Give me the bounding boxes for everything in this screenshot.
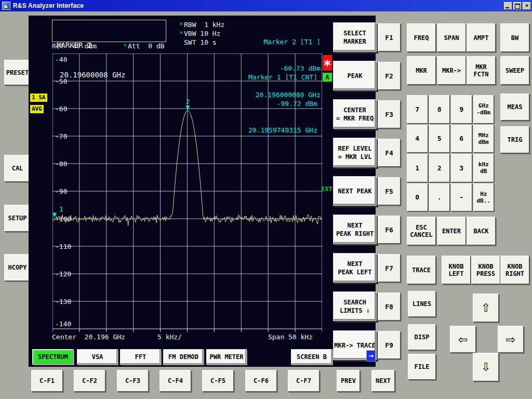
svg-text:-90: -90 — [55, 188, 67, 195]
softkey-next-peak-right[interactable]: NEXT PEAK RIGHT — [333, 215, 377, 244]
tab-screen-b[interactable]: SCREEN B — [291, 349, 332, 365]
softkey-center-mkr-freq[interactable]: CENTER = MKR FREQ — [333, 99, 377, 129]
svg-text:-50: -50 — [55, 77, 67, 85]
back-button[interactable]: BACK — [467, 217, 496, 245]
numpad-1[interactable]: 1 — [407, 154, 428, 182]
cfkey-4[interactable]: C-F4 — [159, 370, 191, 392]
more-menu-arrow-badge[interactable]: → — [366, 350, 376, 362]
file-button[interactable]: FILE — [408, 354, 436, 380]
fkey-f3[interactable]: F3 — [378, 100, 401, 128]
tab-fm-demod[interactable]: FM DEMOD — [163, 349, 204, 365]
trig-button[interactable]: TRIG — [500, 126, 529, 153]
numpad-ghz-dbm[interactable]: GHz -dBm — [473, 95, 495, 124]
svg-text:-80: -80 — [55, 160, 67, 168]
numpad-3[interactable]: 3 — [451, 154, 472, 182]
softkey-next-peak[interactable]: NEXT PEAK — [333, 176, 377, 206]
freq-button[interactable]: FREQ — [407, 23, 436, 52]
rbw-coupled-star: * — [179, 21, 184, 29]
numpad-hz-db[interactable]: Hz dB.. — [473, 183, 495, 212]
svg-text:-70: -70 — [55, 132, 67, 140]
sweep-button[interactable]: SWEEP — [500, 56, 529, 85]
minimize-button[interactable] — [504, 2, 512, 10]
fkey-f8[interactable]: F8 — [378, 292, 401, 321]
arrow-down-button[interactable]: ⇩ — [473, 353, 499, 381]
numpad-8[interactable]: 8 — [429, 95, 450, 124]
rbw-value: RBW 1 kHz — [184, 21, 224, 29]
bw-button[interactable]: BW — [500, 23, 529, 52]
tab-vsa[interactable]: VSA — [77, 349, 118, 365]
cfkey-3[interactable]: C-F3 — [117, 370, 149, 392]
maximize-icon — [515, 4, 520, 9]
esc-cancel-button[interactable]: ESC CANCEL — [407, 217, 436, 245]
numpad-decimal[interactable]: . — [429, 183, 450, 212]
hcopy-button[interactable]: HCOPY — [4, 254, 31, 281]
cfkey-2[interactable]: C-F2 — [74, 370, 105, 392]
numpad-6[interactable]: 6 — [451, 125, 472, 153]
arrow-left-button[interactable]: ⇦ — [450, 326, 476, 353]
trace-button[interactable]: TRACE — [407, 256, 436, 284]
numpad-7[interactable]: 7 — [407, 95, 428, 124]
tab-fft[interactable]: FFT — [120, 349, 161, 365]
attenuation-label: *Att 0 dB — [123, 42, 164, 50]
next-button[interactable]: NEXT — [371, 370, 395, 392]
numpad-minus[interactable]: - — [451, 183, 472, 212]
vbw-coupled-star: * — [179, 30, 184, 38]
softkey-next-peak-left[interactable]: NEXT PEAK LEFT — [333, 253, 377, 283]
enter-button[interactable]: ENTER — [437, 217, 466, 245]
cfkey-5[interactable]: C-F5 — [202, 370, 234, 392]
screen-a-badge: A — [323, 73, 332, 82]
fkey-f7[interactable]: F7 — [378, 254, 401, 282]
numpad-mhz-dbm[interactable]: MHz dBm — [473, 125, 495, 153]
tab-spectrum[interactable]: SPECTRUM — [32, 349, 74, 365]
mkr-button[interactable]: MKR — [407, 56, 436, 85]
fkey-f9[interactable]: F9 — [378, 331, 401, 359]
numpad-0[interactable]: 0 — [407, 183, 428, 212]
fkey-f2[interactable]: F2 — [378, 62, 401, 90]
trace-mode-badge: 1 SA AVG — [30, 91, 47, 114]
svg-text:-120: -120 — [55, 270, 71, 278]
fkey-f6[interactable]: F6 — [378, 216, 401, 244]
knob-right-button[interactable]: KNOB RIGHT — [500, 256, 529, 284]
setup-button[interactable]: SETUP — [4, 205, 31, 232]
cfkey-1[interactable]: C-F1 — [31, 370, 63, 392]
cfkey-6[interactable]: C-F6 — [245, 370, 277, 392]
knob-press-button[interactable]: KNOB PRESS — [471, 256, 500, 284]
arrow-right-button[interactable]: ⇨ — [498, 326, 524, 353]
mkr-to-button[interactable]: MKR-> — [437, 56, 466, 85]
mkr-fctn-button[interactable]: MKR FCTN — [467, 56, 496, 85]
close-button[interactable]: × — [523, 2, 531, 10]
meas-button[interactable]: MEAS — [500, 94, 529, 121]
tab-pwr-meter[interactable]: PWR METER — [206, 349, 247, 365]
arrow-up-button[interactable]: ⇧ — [473, 294, 499, 322]
rbw-label: *RBW 1 kHz — [179, 21, 224, 29]
prev-button[interactable]: PREV — [337, 370, 360, 392]
numpad-khz-db[interactable]: kHz dB — [473, 154, 495, 182]
numpad-4[interactable]: 4 — [407, 125, 428, 153]
numpad-9[interactable]: 9 — [451, 95, 472, 124]
ampt-button[interactable]: AMPT — [467, 23, 496, 52]
numeric-keypad: 7 8 9 GHz -dBm 4 5 6 MHz dBm 1 2 3 kHz d… — [407, 95, 494, 211]
span-button[interactable]: SPAN — [437, 23, 466, 52]
title-bar[interactable]: R&S Analyzer Interface × — [0, 0, 532, 11]
lines-button[interactable]: LINES — [408, 291, 436, 317]
maximize-button[interactable] — [513, 2, 522, 10]
cal-button[interactable]: CAL — [4, 155, 31, 182]
softkey-select-marker[interactable]: SELECT MARKER — [333, 22, 377, 52]
fkey-f1[interactable]: F1 — [378, 23, 401, 51]
knob-left-button[interactable]: KNOB LEFT — [442, 256, 471, 284]
app-icon — [2, 2, 10, 10]
softkey-peak[interactable]: PEAK — [333, 61, 377, 90]
center-freq-label: Center 20.196 GHz — [52, 333, 125, 341]
cfkey-7[interactable]: C-F7 — [288, 370, 320, 392]
numpad-2[interactable]: 2 — [429, 154, 450, 182]
preset-button[interactable]: PRESET — [4, 60, 31, 85]
softkey-ref-level-mkr-lvl[interactable]: REF LEVEL = MKR LVL — [333, 138, 377, 167]
softkey-search-limits[interactable]: SEARCH LIMITS ⇩ — [333, 291, 377, 321]
swt-label: SWT 10 s — [179, 38, 217, 47]
numpad-5[interactable]: 5 — [429, 125, 450, 153]
window-title: R&S Analyzer Interface — [13, 2, 84, 9]
disp-button[interactable]: DISP — [408, 324, 436, 350]
fkey-f5[interactable]: F5 — [378, 177, 401, 205]
fkey-f4[interactable]: F4 — [378, 139, 401, 167]
svg-text:-110: -110 — [55, 243, 71, 250]
